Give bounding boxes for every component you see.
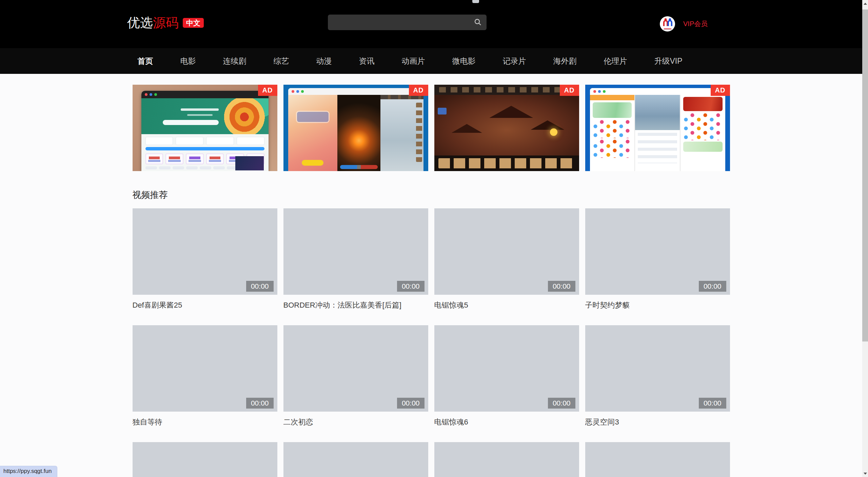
nav-item[interactable]: 记录片 <box>503 56 526 66</box>
ad-badge: AD <box>409 85 428 96</box>
scroll-up-icon <box>864 3 867 5</box>
duration-badge: 00:00 <box>548 398 575 409</box>
video-title: 独自等待 <box>133 417 277 427</box>
video-title: 子时契约梦貘 <box>585 300 730 310</box>
nav-item[interactable]: 资讯 <box>359 56 375 66</box>
ad-badge: AD <box>560 85 579 96</box>
logo-text-part2: 源码 <box>153 14 179 32</box>
nav-item[interactable]: 动漫 <box>316 56 332 66</box>
top-scroll-artifact <box>472 0 479 3</box>
search-bar <box>328 15 487 30</box>
search-icon <box>474 22 482 27</box>
site-header: 优选源码 中文 <box>0 0 862 48</box>
nav-item[interactable]: 微电影 <box>452 56 476 66</box>
ad2-artwork <box>288 88 423 171</box>
logo-language-badge: 中文 <box>183 18 204 28</box>
duration-badge: 00:00 <box>246 281 274 292</box>
search-input[interactable] <box>328 15 487 30</box>
scrollbar-thumb[interactable] <box>862 9 868 341</box>
video-thumbnail[interactable]: 00:00 <box>133 208 277 295</box>
ad-banner-row: AD AD <box>133 85 730 171</box>
video-thumbnail-placeholder[interactable] <box>283 442 428 477</box>
nav-item[interactable]: 动画片 <box>402 56 425 66</box>
main-nav: 首页 电影 连续剧 综艺 动漫 资讯 动画片 微电影 记录片 海外剧 伦理片 升… <box>0 48 862 74</box>
video-thumbnail[interactable]: 00:00 <box>133 325 277 412</box>
scroll-down-icon <box>864 473 867 475</box>
nav-item[interactable]: 首页 <box>138 56 153 66</box>
logo-text-part1: 优选 <box>127 14 153 32</box>
nav-items: 首页 电影 连续剧 综艺 动漫 资讯 动画片 微电影 记录片 海外剧 伦理片 升… <box>133 48 730 74</box>
vip-member-link[interactable]: VIP会员 <box>683 19 708 28</box>
video-card[interactable]: 00:00 Def喜剧果酱25 <box>133 208 277 310</box>
avatar-caption-line <box>664 28 671 29</box>
ad-badge: AD <box>711 85 730 96</box>
video-thumbnail-placeholder[interactable] <box>585 442 730 477</box>
video-thumbnail[interactable]: 00:00 <box>283 325 428 412</box>
video-card[interactable]: 00:00 恶灵空间3 <box>585 325 730 427</box>
duration-badge: 00:00 <box>548 281 575 292</box>
site-logo[interactable]: 优选源码 中文 <box>127 14 204 32</box>
user-area: VIP会员 <box>660 16 708 32</box>
video-thumbnail[interactable]: 00:00 <box>434 325 579 412</box>
avatar[interactable] <box>660 16 675 32</box>
nav-item[interactable]: 连续剧 <box>223 56 246 66</box>
page: 优选源码 中文 <box>0 0 862 477</box>
partial-video-row <box>133 442 730 477</box>
video-card[interactable]: 00:00 电锯惊魂5 <box>434 208 579 310</box>
video-thumbnail[interactable]: 00:00 <box>434 208 579 295</box>
duration-badge: 00:00 <box>699 281 726 292</box>
scroll-up-button[interactable] <box>862 1 868 6</box>
video-card[interactable]: 00:00 电锯惊魂6 <box>434 325 579 427</box>
ad-badge: AD <box>258 85 277 96</box>
video-thumbnail[interactable]: 00:00 <box>283 208 428 295</box>
video-thumbnail-placeholder[interactable] <box>434 442 579 477</box>
ad-banner-2[interactable]: AD <box>283 85 428 171</box>
video-title: 电锯惊魂5 <box>434 300 579 310</box>
nav-item[interactable]: 伦理片 <box>604 56 627 66</box>
video-card[interactable]: 00:00 BORDER冲动：法医比嘉美香[后篇] <box>283 208 428 310</box>
video-card[interactable]: 00:00 二次初恋 <box>283 325 428 427</box>
duration-badge: 00:00 <box>397 281 425 292</box>
ad-banner-3[interactable]: AD <box>434 85 579 171</box>
avatar-subcaption-line <box>663 29 672 30</box>
scrollbar[interactable] <box>862 0 868 477</box>
avatar-logo-icon <box>662 18 673 28</box>
section-title: 视频推荐 <box>133 189 730 201</box>
video-grid: 00:00 Def喜剧果酱25 00:00 BORDER冲动：法医比嘉美香[后篇… <box>133 208 730 427</box>
video-title: 二次初恋 <box>283 417 428 427</box>
video-title: 电锯惊魂6 <box>434 417 579 427</box>
video-title: BORDER冲动：法医比嘉美香[后篇] <box>283 300 428 310</box>
nav-item[interactable]: 电影 <box>180 56 196 66</box>
video-thumbnail[interactable]: 00:00 <box>585 208 730 295</box>
ad1-artwork <box>141 91 269 171</box>
video-card[interactable]: 00:00 独自等待 <box>133 325 277 427</box>
video-thumbnail[interactable]: 00:00 <box>585 325 730 412</box>
nav-item[interactable]: 海外剧 <box>553 56 577 66</box>
search-button[interactable] <box>472 17 483 27</box>
ad-banner-4[interactable]: AD <box>585 85 730 171</box>
content-container: AD AD <box>133 85 730 477</box>
duration-badge: 00:00 <box>699 398 726 409</box>
nav-item[interactable]: 综艺 <box>274 56 289 66</box>
video-thumbnail-placeholder[interactable] <box>133 442 277 477</box>
duration-badge: 00:00 <box>397 398 425 409</box>
video-card[interactable]: 00:00 子时契约梦貘 <box>585 208 730 310</box>
duration-badge: 00:00 <box>246 398 274 409</box>
scroll-down-button[interactable] <box>862 471 868 476</box>
ad4-artwork <box>590 88 725 171</box>
video-title: Def喜剧果酱25 <box>133 300 277 310</box>
nav-item[interactable]: 升级VIP <box>654 56 683 66</box>
video-title: 恶灵空间3 <box>585 417 730 427</box>
ad-banner-1[interactable]: AD <box>133 85 277 171</box>
status-url-bubble: https://ppy.sqgt.fun <box>0 466 57 477</box>
